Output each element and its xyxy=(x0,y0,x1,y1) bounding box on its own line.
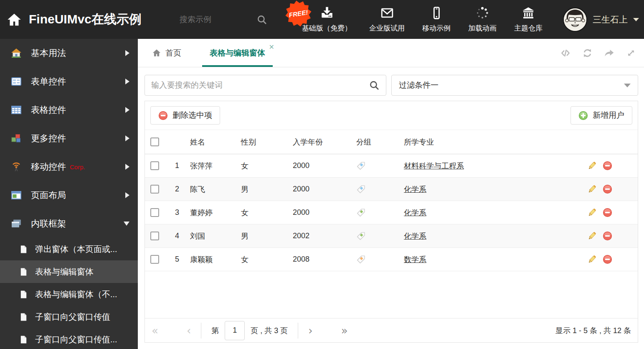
chevron-right-icon xyxy=(125,135,129,141)
sidebar-item-grid-controls[interactable]: 表格控件 xyxy=(0,96,138,124)
sidebar-item-label: 内联框架 xyxy=(31,218,66,229)
delete-row-icon[interactable] xyxy=(603,208,612,217)
cell-delete xyxy=(603,178,638,201)
sidebar-item-label: 基本用法 xyxy=(31,47,66,59)
delete-row-icon[interactable] xyxy=(603,161,612,171)
sidebar-item-page-layout[interactable]: 页面布局 xyxy=(0,181,138,209)
user-menu[interactable]: 三生石上 xyxy=(563,0,639,39)
tag-icon xyxy=(356,255,366,264)
tab-home-label: 首页 xyxy=(165,48,181,59)
topbar-nav-label: 企业版试用 xyxy=(369,23,405,33)
edit-pencil-icon[interactable] xyxy=(587,254,597,265)
edit-pencil-icon[interactable] xyxy=(587,160,597,171)
open-new-window-icon[interactable] xyxy=(603,48,615,59)
sidebar-subitem-popup-window[interactable]: 弹出窗体（本页面或... xyxy=(0,238,138,260)
sidebar-subitem-label: 弹出窗体（本页面或... xyxy=(35,244,117,255)
topbar-nav-trial[interactable]: 企业版试用 xyxy=(360,6,413,33)
pagination-bar: « ‹ 第 1 页 , 共 3 页 › » 显示 1 - 5 条 , 共 12 … xyxy=(145,318,638,342)
cell-major: 化学系 xyxy=(404,224,581,248)
edit-pencil-icon[interactable] xyxy=(587,231,597,241)
major-link[interactable]: 化学系 xyxy=(404,232,426,240)
tab-home[interactable]: 首页 xyxy=(147,39,186,67)
edit-pencil-icon[interactable] xyxy=(587,207,597,218)
sidebar-subitem-child-to-parent[interactable]: 子窗口向父窗口传值 xyxy=(0,306,138,328)
form-icon xyxy=(11,76,22,87)
sidebar-item-more-controls[interactable]: 更多控件 xyxy=(0,124,138,153)
cell-group xyxy=(354,201,404,224)
cell-row-number: 5 xyxy=(166,248,190,271)
topbar-nav-label: 加载动画 xyxy=(468,23,497,33)
refresh-icon[interactable] xyxy=(582,48,593,59)
prev-page-icon[interactable]: ‹ xyxy=(187,325,191,336)
sidebar-item-mobile-controls[interactable]: 移动控件Corp. xyxy=(0,153,138,181)
delete-row-icon[interactable] xyxy=(603,231,612,241)
cell-group xyxy=(354,178,404,201)
row-checkbox[interactable] xyxy=(150,255,159,264)
delete-selected-button[interactable]: 删除选中项 xyxy=(150,106,220,125)
main-area: 首页 表格与编辑窗体 ✕ 输入要搜索的关键词 xyxy=(138,39,644,349)
sidebar-item-inline-frame[interactable]: 内联框架 xyxy=(0,209,138,238)
cell-gender: 男 xyxy=(241,178,293,201)
delete-selected-label: 删除选中项 xyxy=(172,110,212,121)
major-link[interactable]: 数学系 xyxy=(404,255,426,264)
cell-row-number: 2 xyxy=(166,178,190,201)
sidebar-subitem-grid-edit-window[interactable]: 表格与编辑窗体 xyxy=(0,260,138,283)
home-color-icon xyxy=(11,48,22,59)
cell-year: 2000 xyxy=(293,178,354,201)
free-badge: FREE! xyxy=(285,0,312,27)
page-icon xyxy=(19,267,28,276)
envelope-icon xyxy=(380,6,395,20)
edit-pencil-icon[interactable] xyxy=(587,184,597,194)
tab-grid-edit-window[interactable]: 表格与编辑窗体 ✕ xyxy=(202,39,273,67)
sidebar: 基本用法表单控件表格控件更多控件移动控件Corp.页面布局内联框架弹出窗体（本页… xyxy=(0,39,138,349)
cell-year: 2000 xyxy=(293,201,354,224)
avatar[interactable] xyxy=(563,8,587,32)
sidebar-item-basic-usage[interactable]: 基本用法 xyxy=(0,39,138,67)
major-link[interactable]: 化学系 xyxy=(404,185,426,194)
tag-icon xyxy=(356,208,366,217)
table-row: 4刘国男2002化学系 xyxy=(145,224,638,248)
cell-major: 材料科学与工程系 xyxy=(404,154,581,178)
topbar-nav-mobile[interactable]: 移动示例 xyxy=(413,6,459,33)
brand[interactable]: FineUIMvc在线示例 xyxy=(0,3,142,36)
search-icon[interactable] xyxy=(369,80,380,91)
topbar-nav-theme[interactable]: 主题仓库 xyxy=(505,6,551,33)
fullscreen-icon[interactable] xyxy=(626,48,636,59)
cell-checkbox xyxy=(145,154,166,178)
sidebar-subitem-child-to-parent2[interactable]: 子窗口向父窗口传值... xyxy=(0,328,138,349)
search-icon[interactable] xyxy=(256,14,267,25)
row-checkbox[interactable] xyxy=(150,185,159,194)
tab-close-icon[interactable]: ✕ xyxy=(269,44,274,51)
keyword-search-input[interactable]: 输入要搜索的关键词 xyxy=(145,75,386,96)
table-body: 1张萍萍女2000材料科学与工程系2陈飞男2000化学系3董婷婷女2000化学系… xyxy=(145,154,638,271)
sidebar-item-form-controls[interactable]: 表单控件 xyxy=(0,67,138,96)
topbar-nav-loading[interactable]: 加载动画 xyxy=(459,6,505,33)
header-search-placeholder: 搜索示例 xyxy=(180,14,211,25)
next-page-icon[interactable]: › xyxy=(308,325,312,336)
major-link[interactable]: 材料科学与工程系 xyxy=(404,162,464,170)
grid-panel: 删除选中项 新增用户 xyxy=(145,101,638,343)
first-page-icon[interactable]: « xyxy=(152,325,158,336)
row-checkbox[interactable] xyxy=(150,161,159,170)
cell-checkbox xyxy=(145,248,166,271)
sidebar-item-label: 移动控件 xyxy=(31,161,66,173)
add-user-button[interactable]: 新增用户 xyxy=(570,106,632,125)
select-all-checkbox[interactable] xyxy=(150,138,159,146)
major-link[interactable]: 化学系 xyxy=(404,209,426,217)
view-source-icon[interactable] xyxy=(560,48,571,59)
header-search[interactable]: 搜索示例 xyxy=(180,0,267,39)
users-table: 姓名 性别 入学年份 分组 所学专业 1张萍萍女2000材料科学与工程系2陈飞男… xyxy=(145,130,638,271)
sidebar-subitem-grid-edit-window2[interactable]: 表格与编辑窗体（不... xyxy=(0,283,138,306)
app-title: FineUIMvc在线示例 xyxy=(29,11,142,28)
last-page-icon[interactable]: » xyxy=(341,325,348,336)
row-checkbox[interactable] xyxy=(150,208,159,217)
filter-dropdown[interactable]: 过滤条件一 xyxy=(391,75,638,96)
cell-year: 2008 xyxy=(293,248,354,271)
cell-delete xyxy=(603,154,638,178)
delete-row-icon[interactable] xyxy=(603,255,612,264)
delete-row-icon[interactable] xyxy=(603,184,612,194)
pager-divider xyxy=(298,323,298,339)
page-icon xyxy=(19,313,28,321)
row-checkbox[interactable] xyxy=(150,232,159,240)
page-number-input[interactable]: 1 xyxy=(225,321,245,340)
